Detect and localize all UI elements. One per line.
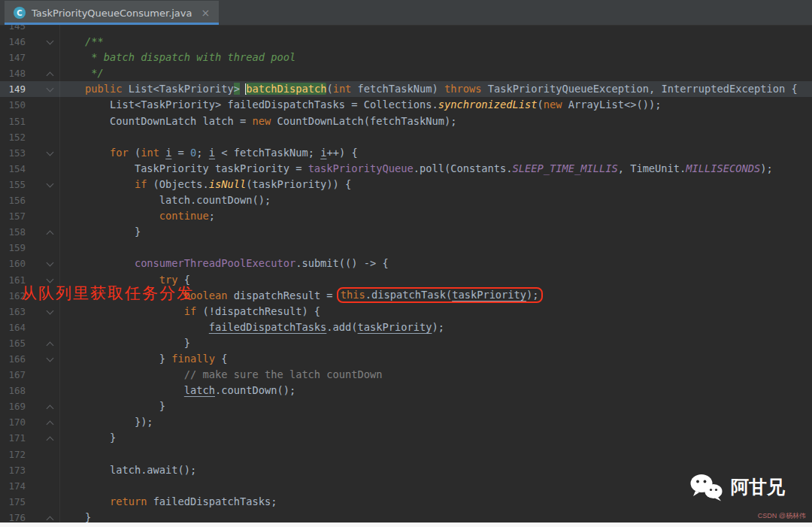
fold-up-icon[interactable] [26, 510, 60, 522]
fold-spacer [26, 114, 60, 129]
code-line[interactable]: 147 * batch dispatch with thread pool [0, 50, 812, 65]
tab-taskpriorityqueueconsumer[interactable]: C TaskPriorityQueueConsumer.java × [5, 1, 219, 25]
line-number[interactable]: 156 [0, 192, 26, 208]
code-line[interactable]: 162 boolean dispatchResult = this.dispat… [0, 288, 812, 304]
tab-close-icon[interactable]: × [201, 7, 211, 19]
fold-spacer [26, 462, 60, 478]
wechat-icon [689, 473, 723, 501]
fold-spacer [26, 320, 60, 335]
line-number[interactable]: 176 [0, 510, 26, 522]
line-number[interactable]: 157 [0, 208, 26, 224]
line-number[interactable]: 151 [0, 114, 26, 129]
csdn-watermark: CSDN @杨林伟 [758, 511, 806, 521]
fold-spacer [26, 50, 60, 65]
line-number[interactable]: 171 [0, 430, 26, 446]
line-number[interactable]: 166 [0, 351, 26, 367]
line-number[interactable]: 155 [0, 177, 26, 192]
code-line[interactable]: 169 } [0, 398, 812, 414]
fold-spacer [26, 240, 60, 256]
ide-window: C TaskPriorityQueueConsumer.java × 14514… [0, 0, 812, 527]
line-number[interactable]: 164 [0, 320, 26, 335]
code-line[interactable]: 170 }); [0, 414, 812, 430]
fold-spacer [26, 447, 60, 462]
code-line[interactable]: 153 for (int i = 0; i < fetchTaskNum; i+… [0, 145, 812, 161]
code-line[interactable]: 163 if (!dispatchResult) { [0, 304, 812, 320]
line-number[interactable]: 170 [0, 414, 26, 430]
code-editor[interactable]: 145146 /**147 * batch dispatch with thre… [0, 25, 812, 522]
line-number[interactable]: 175 [0, 494, 26, 510]
line-number[interactable]: 147 [0, 50, 26, 65]
line-number[interactable]: 158 [0, 224, 26, 240]
line-number[interactable]: 145 [0, 25, 26, 34]
line-number[interactable]: 146 [0, 34, 26, 50]
tab-title: TaskPriorityQueueConsumer.java [32, 8, 192, 19]
code-line[interactable]: 176 } [0, 510, 812, 522]
code-line[interactable]: 152 [0, 129, 812, 145]
line-number[interactable]: 153 [0, 145, 26, 161]
code-line[interactable]: 171 } [0, 430, 812, 446]
line-number[interactable]: 165 [0, 335, 26, 351]
line-number[interactable]: 152 [0, 129, 26, 145]
code-line[interactable]: 155 if (Objects.isNull(taskPriority)) { [0, 177, 812, 192]
code-line[interactable]: 158 } [0, 224, 812, 240]
fold-down-icon[interactable] [26, 34, 60, 50]
line-number[interactable]: 148 [0, 65, 26, 81]
code-line[interactable]: 157 continue; [0, 208, 812, 224]
line-number[interactable]: 160 [0, 256, 26, 271]
fold-up-icon[interactable] [26, 224, 60, 240]
code-line[interactable]: 160 consumerThreadPoolExecutor.submit(()… [0, 256, 812, 271]
fold-spacer [26, 383, 60, 398]
watermark: 阿甘兄 [689, 473, 785, 501]
code-line[interactable]: 165 } [0, 335, 812, 351]
line-number[interactable]: 169 [0, 398, 26, 414]
code-line[interactable]: 145 [0, 25, 812, 34]
code-line[interactable]: 154 TaskPriority taskPriority = taskPrio… [0, 161, 812, 177]
fold-up-icon[interactable] [26, 430, 60, 446]
fold-down-icon[interactable] [26, 256, 60, 271]
line-number[interactable]: 150 [0, 97, 26, 113]
fold-down-icon[interactable] [26, 351, 60, 367]
line-number[interactable]: 163 [0, 304, 26, 320]
code-line[interactable]: 172 [0, 447, 812, 462]
line-number[interactable]: 173 [0, 462, 26, 478]
fold-spacer [26, 208, 60, 224]
fold-spacer [26, 97, 60, 113]
line-number[interactable]: 154 [0, 161, 26, 177]
fold-up-icon[interactable] [26, 398, 60, 414]
java-class-icon: C [14, 7, 26, 19]
fold-spacer [26, 478, 60, 494]
fold-down-icon[interactable] [26, 145, 60, 161]
line-number[interactable]: 149 [0, 81, 26, 97]
line-number[interactable]: 168 [0, 383, 26, 398]
watermark-brand: 阿甘兄 [731, 475, 785, 499]
code-line[interactable]: 166 } finally { [0, 351, 812, 367]
fold-spacer [26, 192, 60, 208]
code-line[interactable]: 149 public List<TaskPriority> batchDispa… [0, 81, 812, 97]
code-line[interactable]: 150 List<TaskPriority> failedDispatchTas… [0, 97, 812, 113]
code-line[interactable]: 146 /** [0, 34, 812, 50]
fold-spacer [26, 25, 60, 34]
bottom-strip [0, 522, 812, 527]
fold-down-icon[interactable] [26, 177, 60, 192]
line-number[interactable]: 167 [0, 367, 26, 383]
code-line[interactable]: 167 // make sure the latch countDown [0, 367, 812, 383]
fold-up-icon[interactable] [26, 65, 60, 81]
code-line[interactable]: 164 failedDispatchTasks.add(taskPriority… [0, 320, 812, 335]
fold-spacer [26, 129, 60, 145]
annotation-text: 从队列里获取任务分发 [21, 286, 194, 301]
fold-up-icon[interactable] [26, 414, 60, 430]
fold-down-icon[interactable] [26, 81, 60, 97]
fold-up-icon[interactable] [26, 335, 60, 351]
line-number[interactable]: 172 [0, 447, 26, 462]
code-line[interactable]: 159 [0, 240, 812, 256]
fold-spacer [26, 161, 60, 177]
code-line[interactable]: 168 latch.countDown(); [0, 383, 812, 398]
line-number[interactable]: 174 [0, 478, 26, 494]
fold-spacer [26, 367, 60, 383]
code-line[interactable]: 156 latch.countDown(); [0, 192, 812, 208]
fold-down-icon[interactable] [26, 304, 60, 320]
line-number[interactable]: 159 [0, 240, 26, 256]
code-line[interactable]: 148 */ [0, 65, 812, 81]
code-line[interactable]: 151 CountDownLatch latch = new CountDown… [0, 114, 812, 129]
editor-tab-bar: C TaskPriorityQueueConsumer.java × [0, 0, 812, 26]
